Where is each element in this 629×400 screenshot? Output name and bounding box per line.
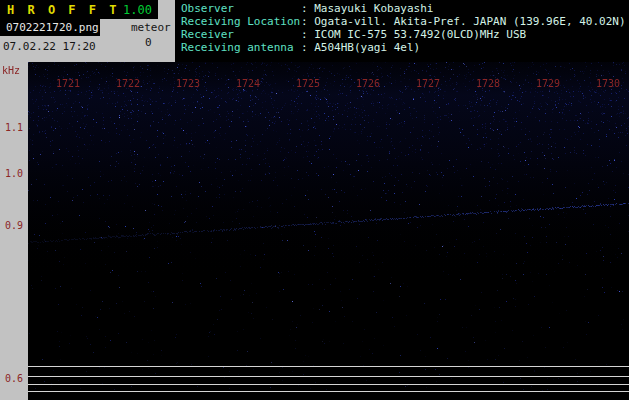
level-grid-line [28,366,629,367]
hrofft-window: H R O F F T 1.00 0702221720.png meteor 0… [0,0,629,400]
time-tick: 1721 [54,78,82,89]
time-tick: 1725 [294,78,322,89]
level-grid-line [28,376,629,377]
time-tick: 1722 [114,78,142,89]
level-grid-line [28,391,629,392]
station-info-value: : ICOM IC-575 53.7492(0LCD)MHz USB [301,28,526,41]
time-tick: 1724 [234,78,262,89]
freq-tick: 0.6 [5,373,23,384]
time-tick: 1723 [174,78,202,89]
station-info-row: Observer: Masayuki Kobayashi [181,3,629,15]
app-title: H R O F F T [7,3,119,17]
filename-box: 0702221720.png [0,19,100,36]
freq-tick: 1.1 [5,122,23,133]
station-info-label: Observer [181,3,301,15]
freq-tick: 1.0 [5,168,23,179]
meteor-count-value: 0 [145,36,152,49]
time-tick: 1726 [354,78,382,89]
time-tick: 1727 [414,78,442,89]
station-info-label: Receiving Location [181,16,301,28]
station-info-label: Receiving antenna [181,42,301,54]
station-info-panel: Observer: Masayuki Kobayashi Receiving L… [175,0,629,62]
station-info-label: Receiver [181,29,301,41]
spectrogram-plot: 1721 1722 1723 1724 1725 1726 1727 1728 … [28,62,629,400]
time-tick: 1729 [534,78,562,89]
app-title-box: H R O F F T 1.00 [0,0,158,19]
freq-tick: 0.9 [5,220,23,231]
time-tick: 1728 [474,78,502,89]
station-info-row: Receiving Location: Ogata-vill. Akita-Pr… [181,16,629,28]
station-info-value: : Ogata-vill. Akita-Pref. JAPAN (139.96E… [301,15,626,28]
level-grid-line [28,384,629,385]
app-version: 1.00 [123,3,152,17]
station-info-value: : Masayuki Kobayashi [301,2,433,15]
meteor-count-label: meteor [131,21,171,34]
spectrogram-canvas [28,62,629,400]
station-info-row: Receiver: ICOM IC-575 53.7492(0LCD)MHz U… [181,29,629,41]
current-datetime: 07.02.22 17:20 [3,40,96,53]
station-info-value: : A504HB(yagi 4el) [301,41,420,54]
station-info-row: Receiving antenna: A504HB(yagi 4el) [181,42,629,54]
output-filename: 0702221720.png [6,21,99,34]
freq-axis-unit: kHz [2,65,20,76]
time-tick: 1730 [594,78,622,89]
